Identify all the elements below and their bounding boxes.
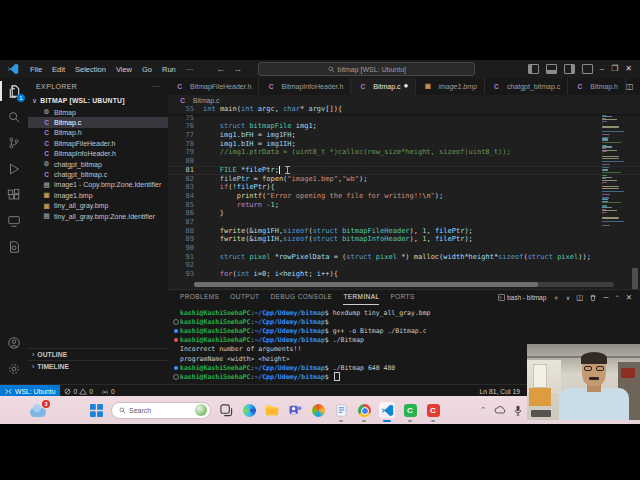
explorer-item[interactable]: ▣tiny_all_gray.bmp xyxy=(28,201,168,211)
explorer-item[interactable]: CBitmapInfoHeader.h xyxy=(28,149,168,159)
panel-tab-output[interactable]: OUTPUT xyxy=(230,290,259,304)
code-line[interactable]: 88 fwrite(&img1FH,sizeof(struct bitmapFi… xyxy=(168,227,640,236)
code-line[interactable]: 80 xyxy=(168,157,640,166)
window-close-button[interactable]: ✕ xyxy=(625,65,632,73)
edge-icon[interactable] xyxy=(241,402,257,418)
code-line[interactable]: 93 for(int i=0; i<height; i++){ xyxy=(168,270,640,279)
code-line[interactable]: 55int main(int argc, char* argv[]){ xyxy=(168,105,640,114)
new-terminal-icon[interactable]: ＋ xyxy=(552,293,560,303)
menu-view[interactable]: View xyxy=(111,65,137,74)
code-line[interactable]: 77 img1.bFH = img1FH; xyxy=(168,131,640,140)
code-line[interactable]: 86 } xyxy=(168,209,640,218)
code-line[interactable]: 85 return -1; xyxy=(168,201,640,210)
explorer-item[interactable]: ▣image1.bmp xyxy=(28,190,168,200)
teams-icon[interactable] xyxy=(287,402,303,418)
activity-explorer-icon[interactable]: 1 xyxy=(0,78,28,104)
explorer-item[interactable]: ⚙Bitmap xyxy=(28,107,168,117)
minimap[interactable] xyxy=(602,105,626,237)
minimize-panel-icon[interactable]: ─ xyxy=(603,293,608,302)
code-line[interactable]: 87 xyxy=(168,218,640,227)
widgets-weather-icon[interactable]: 3 xyxy=(30,400,50,420)
menu-file[interactable]: File xyxy=(25,65,47,74)
explorer-item[interactable]: Cchatgpt_bitmap.c xyxy=(28,169,168,179)
breadcrumb[interactable]: C Bitmap.c xyxy=(168,95,640,105)
terminal-instance-label[interactable]: bash - bitmap xyxy=(498,294,546,301)
explorer-item[interactable]: CBitmap.h xyxy=(28,128,168,138)
toggle-panel-icon[interactable] xyxy=(546,64,557,74)
activity-search-icon[interactable] xyxy=(0,104,28,130)
panel-tab-problems[interactable]: PROBLEMS xyxy=(180,290,219,304)
window-restore-button[interactable]: ❐ xyxy=(611,65,618,73)
editor-tab[interactable]: CBitmap.c● xyxy=(351,78,416,95)
show-hidden-icons[interactable]: ⌃ xyxy=(480,406,486,414)
code-line[interactable]: 84 printf("Error opening the file for wr… xyxy=(168,192,640,201)
kill-terminal-icon[interactable] xyxy=(589,294,597,302)
file-explorer-icon[interactable] xyxy=(264,402,280,418)
problems-indicator[interactable]: 0 0 xyxy=(60,388,97,395)
customize-layout-icon[interactable] xyxy=(582,64,593,74)
vscode-taskbar-icon[interactable] xyxy=(379,402,395,418)
split-editor-icon[interactable]: ◫ xyxy=(626,82,634,91)
menu-run[interactable]: Run xyxy=(157,65,181,74)
split-terminal-icon[interactable]: ◫ xyxy=(576,293,583,302)
copilot-icon[interactable] xyxy=(310,402,326,418)
outline-section[interactable]: › OUTLINE xyxy=(28,348,168,360)
editor-tab[interactable]: ▣image1.bmp xyxy=(416,78,485,94)
code-line[interactable]: 92 xyxy=(168,261,640,270)
onedrive-icon[interactable] xyxy=(494,406,506,414)
recorder-icon[interactable]: C xyxy=(425,402,441,418)
code-line[interactable]: 89 fwrite(&img1IH,sizeof(struct bitmapIn… xyxy=(168,235,640,244)
activity-remote-explorer-icon[interactable] xyxy=(0,208,28,234)
workspace-section-header[interactable]: ∨ BITMAP [WSL: UBUNTU] xyxy=(28,94,168,107)
camtasia-icon[interactable]: C xyxy=(402,402,418,418)
toggle-sidebar-icon[interactable] xyxy=(528,64,539,74)
code-line[interactable]: 90 xyxy=(168,244,640,253)
window-minimize-button[interactable]: – xyxy=(600,65,604,73)
terminal-dropdown-icon[interactable]: ∨ xyxy=(566,294,570,301)
code-line[interactable]: 75 xyxy=(168,114,640,123)
microphone-icon[interactable] xyxy=(514,405,522,416)
maximize-panel-icon[interactable]: ⌃ xyxy=(615,294,620,301)
timeline-section[interactable]: › TIMELINE xyxy=(28,360,168,372)
settings-gear-icon[interactable] xyxy=(0,356,28,382)
sticky-scroll-line[interactable]: 55int main(int argc, char* argv[]){ xyxy=(168,105,640,114)
menu-go[interactable]: Go xyxy=(137,65,157,74)
explorer-actions-icon[interactable]: ··· xyxy=(152,83,160,90)
explorer-item[interactable]: CBitmap.c xyxy=(28,117,168,127)
start-button[interactable] xyxy=(88,402,104,418)
taskbar-search[interactable]: Search xyxy=(111,402,211,419)
accounts-icon[interactable] xyxy=(0,330,28,356)
code-line[interactable]: 81 FILE *filePtr; xyxy=(168,166,640,175)
modified-dot-icon[interactable]: ● xyxy=(404,83,409,89)
explorer-item[interactable]: ▤tiny_all_gray.bmp:Zone.Identifier xyxy=(28,211,168,221)
notepad-icon[interactable] xyxy=(333,402,349,418)
editor-vertical-scrollbar[interactable] xyxy=(632,268,638,289)
menu-edit[interactable]: Edit xyxy=(47,65,70,74)
panel-tab-ports[interactable]: PORTS xyxy=(390,290,414,304)
toggle-secondary-sidebar-icon[interactable] xyxy=(564,64,575,74)
editor-tab[interactable]: CBitmapInfoHeader.h xyxy=(259,78,351,94)
code-line[interactable]: 76 struct bitmapFile img1; xyxy=(168,122,640,131)
activity-run-debug-icon[interactable] xyxy=(0,156,28,182)
editor-tab[interactable]: CBitmapFileHeader.h xyxy=(168,78,259,94)
menu-selection[interactable]: Selection xyxy=(70,65,111,74)
code-line[interactable]: 78 img1.bIH = img1IH; xyxy=(168,140,640,149)
command-center-search[interactable]: bitmap [WSL: Ubuntu] xyxy=(258,62,475,76)
close-panel-icon[interactable]: ✕ xyxy=(626,293,632,302)
activity-source-control-icon[interactable] xyxy=(0,130,28,156)
code-line[interactable]: 91 struct pixel *rowPixelData = (struct … xyxy=(168,253,640,262)
code-line[interactable]: 83 if(!filePtr){ xyxy=(168,183,640,192)
activity-wsl-targets-icon[interactable] xyxy=(0,234,28,260)
panel-tab-terminal[interactable]: TERMINAL xyxy=(343,290,379,305)
explorer-item[interactable]: CBitmapFileHeader.h xyxy=(28,138,168,148)
code-line[interactable]: 82 filePtr = fopen("image1.bmp","wb"); xyxy=(168,175,640,184)
code-line[interactable]: 79 //img1.ptrData = (uint8_t *)calloc(ro… xyxy=(168,148,640,157)
nav-forward-icon[interactable]: → xyxy=(229,64,246,74)
panel-tab-debug-console[interactable]: DEBUG CONSOLE xyxy=(270,290,332,304)
chrome-icon[interactable] xyxy=(356,402,372,418)
editor-tab[interactable]: Cchatgpt_bitmap.c xyxy=(485,78,568,94)
menu-overflow[interactable]: ··· xyxy=(181,65,199,74)
activity-extensions-icon[interactable] xyxy=(0,182,28,208)
nav-back-icon[interactable]: ← xyxy=(212,64,229,74)
ports-indicator[interactable]: 0 xyxy=(97,388,119,395)
